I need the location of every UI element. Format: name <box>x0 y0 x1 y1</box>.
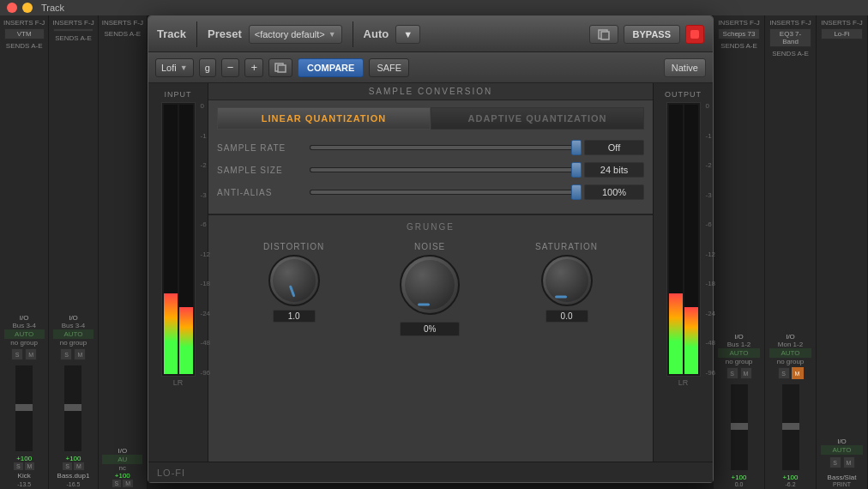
sample-size-value: 24 bits <box>584 162 644 178</box>
bus-label-r1: Bus 1-2 <box>727 341 751 348</box>
preset-dropdown[interactable]: <factory default> ▼ <box>249 25 342 44</box>
fader-r2[interactable] <box>782 384 799 470</box>
insert-label-r2: INSERTS F-J <box>767 17 814 28</box>
m-button-r2[interactable]: M <box>792 367 804 379</box>
strip-inserts-fj-1: INSERTS F-J VTM SENDS A-E I/O Bus 3-4 AU… <box>0 15 49 489</box>
m-button-r3[interactable]: M <box>843 456 855 468</box>
bypass-button[interactable]: BYPASS <box>624 25 680 44</box>
saturation-group: SATURATION 0.0 <box>535 242 598 323</box>
vu-tick-6: -6 <box>201 220 211 228</box>
s-button-2[interactable]: S <box>60 348 72 360</box>
noise-knob[interactable] <box>400 255 460 315</box>
auto-label-r1: AUTO <box>718 348 761 358</box>
insert-btn-r2[interactable]: EQ3 7-Band <box>769 28 812 47</box>
auto-dropdown[interactable]: ▼ <box>395 25 420 44</box>
io-label-3: I/O <box>118 447 127 455</box>
auto-header-label: Auto <box>364 27 389 40</box>
auto-label-r3: AUTO <box>821 445 864 455</box>
vu-scale-right: 0 -1 -2 -3 -6 -12 -18 -24 -48 -96 <box>706 102 716 377</box>
preset-header-label: Preset <box>208 27 242 40</box>
fader-2[interactable] <box>64 365 81 451</box>
s-button-r2[interactable]: S <box>778 367 790 379</box>
m-button-1[interactable]: M <box>25 348 37 360</box>
m-btn-sm-3[interactable]: M <box>123 480 133 487</box>
s-button-r3[interactable]: S <box>829 456 841 468</box>
sends-label-2: SENDS A-E <box>55 34 92 42</box>
io-label-r3: I/O <box>837 438 847 445</box>
insert-btn-r3[interactable]: Lo-Fi <box>821 28 864 39</box>
m-btn-sm-2[interactable]: M <box>74 462 84 470</box>
window-title: Track <box>41 3 64 13</box>
insert-btn-r1[interactable]: Scheps 73 <box>718 28 761 39</box>
close-button[interactable] <box>7 3 17 13</box>
track-header-label: Track <box>157 27 186 40</box>
vu-r-tick-3: -3 <box>706 191 716 199</box>
lr-label-left: LR <box>173 378 184 387</box>
distortion-label: DISTORTION <box>263 242 324 251</box>
group-label-r1: no group <box>726 358 753 365</box>
fader-r1[interactable] <box>731 384 748 470</box>
header-sep-2 <box>353 21 353 47</box>
vol-val-r2: -6.2 <box>785 481 795 487</box>
quantization-tabs: LINEAR QUANTIZATION ADAPTIVE QUANTIZATIO… <box>217 107 644 130</box>
insert-btn-vtm[interactable]: VTM <box>4 28 45 39</box>
fader-1[interactable] <box>15 365 33 451</box>
tab-adaptive-quantization[interactable]: ADAPTIVE QUANTIZATION <box>431 107 644 130</box>
vu-r-tick-0: 0 <box>706 102 716 110</box>
vu-channel-r <box>179 105 193 374</box>
anti-alias-slider[interactable] <box>310 190 577 195</box>
preset-arrow-icon: ▼ <box>329 30 336 39</box>
minus-button[interactable]: − <box>221 58 240 77</box>
safe-button[interactable]: SAFE <box>369 58 409 77</box>
sample-rate-value: Off <box>584 140 644 155</box>
auto-label-2: AUTO <box>53 329 93 339</box>
tab-linear-quantization[interactable]: LINEAR QUANTIZATION <box>217 107 431 130</box>
vu-channel-out-l <box>669 105 683 374</box>
auto-label-r2: AUTO <box>769 348 812 358</box>
m-button-2[interactable]: M <box>74 348 86 360</box>
m-button-r1[interactable]: M <box>740 367 752 379</box>
mode-dropdown-2[interactable]: g <box>199 58 216 77</box>
vol-val-1: -13.5 <box>17 481 31 487</box>
io-label-r2: I/O <box>786 333 795 341</box>
m-btn-sm-1[interactable]: M <box>25 462 35 470</box>
saturation-value: 0.0 <box>546 310 588 323</box>
s-button-1[interactable]: S <box>11 348 23 360</box>
plugin-footer: LO-FI <box>148 462 713 482</box>
minimize-button[interactable] <box>22 3 33 13</box>
group-label-1: no group <box>10 339 38 347</box>
vu-scale-left: 0 -1 -2 -3 -6 -12 -18 -24 -48 -96 <box>201 102 211 377</box>
native-button[interactable]: Native <box>664 58 706 77</box>
copy-icon <box>597 28 611 40</box>
distortion-knob[interactable] <box>268 255 320 306</box>
mode-value-1: Lofi <box>161 63 177 73</box>
s-btn-sm-1[interactable]: S <box>14 462 23 470</box>
sends-label-1: SENDS A-E <box>6 42 43 50</box>
sample-rate-slider[interactable] <box>310 145 577 150</box>
vu-tick-3: -3 <box>201 191 211 199</box>
svg-rect-1 <box>601 32 609 39</box>
s-button-r1[interactable]: S <box>726 367 738 379</box>
sample-size-slider[interactable] <box>310 167 577 172</box>
insert-btn-empty[interactable] <box>53 28 93 32</box>
saturation-knob[interactable] <box>541 255 593 306</box>
track-name-r3: Bass/Slat <box>828 474 857 481</box>
record-enable-button[interactable] <box>685 25 704 44</box>
plus-button[interactable]: + <box>244 58 263 77</box>
plugin-subheader: Lofi ▼ g − + COMPARE SAFE Native <box>148 52 713 83</box>
s-btn-sm-3[interactable]: S <box>112 480 122 487</box>
sends-label-r1: SENDS A-E <box>720 42 757 50</box>
plugin-window: Track Preset <factory default> ▼ Auto ▼ … <box>148 15 714 483</box>
vu-channel-l <box>164 105 178 374</box>
sends-label-3: SENDS A-E <box>104 30 141 38</box>
s-btn-sm-2[interactable]: S <box>63 462 72 470</box>
sample-conversion-header: SAMPLE CONVERSION <box>208 83 653 100</box>
copy-window-btn[interactable] <box>589 25 618 44</box>
compare-button[interactable]: COMPARE <box>298 58 364 77</box>
copy-button-2[interactable] <box>268 58 292 77</box>
mode-dropdown-1[interactable]: Lofi ▼ <box>155 58 194 77</box>
footer-label: LO-FI <box>157 468 185 478</box>
record-icon <box>690 30 699 39</box>
vu-r-tick-2: -2 <box>706 161 716 169</box>
insert-label-3: INSERTS F-J <box>100 17 145 28</box>
